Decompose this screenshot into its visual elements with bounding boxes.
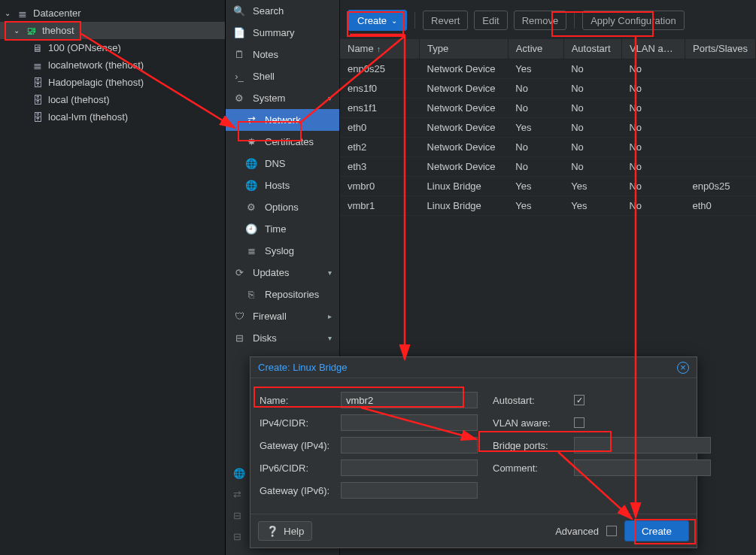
nav-item-certificates[interactable]: ✸Certificates <box>226 131 339 153</box>
table-row[interactable]: ens1f1Network DeviceNoNoNo <box>340 98 756 117</box>
datacenter-icon: ≣ <box>17 8 29 20</box>
nav-item-time[interactable]: 🕘Time <box>226 218 339 240</box>
nav-item-icon: ⚙ <box>233 92 245 104</box>
nav-item-icon: ⚙ <box>245 202 257 213</box>
chevron-down-icon: ⌄ <box>391 17 397 25</box>
nav-item-icon: 🌐 <box>245 158 257 169</box>
nav-item-label: Network <box>265 114 301 126</box>
tree-item[interactable]: ≣localnetwork (thehost) <box>0 56 225 74</box>
table-row[interactable]: vmbr1Linux BridgeYesYesNoeth0 <box>340 196 756 215</box>
form-input-gatewayipv4[interactable] <box>341 437 478 453</box>
dialog-create-button[interactable]: Create <box>624 520 689 541</box>
form-input-comment[interactable] <box>574 459 711 476</box>
form-label: Bridge ports: <box>493 440 574 451</box>
nav-item-disks[interactable]: ⊟Disks▾ <box>226 327 339 349</box>
nav-item-shell[interactable]: ›_Shell <box>226 65 339 87</box>
col-header-autostart[interactable]: Autostart <box>563 39 621 59</box>
form-input-ipv4cidr[interactable] <box>341 414 478 431</box>
form-checkbox[interactable]: ✓ <box>574 395 584 405</box>
dialog-title: Create: Linux Bridge <box>258 362 348 373</box>
help-button[interactable]: ❔ Help <box>258 521 312 541</box>
cell-autostart: Yes <box>563 176 621 196</box>
nav-item-notes[interactable]: 🗒Notes <box>226 44 339 65</box>
table-row[interactable]: ens1f0Network DeviceNoNoNo <box>340 78 756 98</box>
cell-active: No <box>508 78 563 98</box>
advanced-checkbox[interactable] <box>606 526 617 536</box>
col-header-active[interactable]: Active <box>508 39 563 59</box>
nav-item-options[interactable]: ⚙Options <box>226 196 339 218</box>
cell-vlan: No <box>621 59 685 78</box>
table-row[interactable]: enp0s25Network DeviceYesNoNo <box>340 59 756 78</box>
nav-item-repositories[interactable]: ⎘Repositories <box>226 284 339 305</box>
cell-autostart: No <box>563 156 621 176</box>
col-header-type[interactable]: Type <box>420 39 509 59</box>
tree-host[interactable]: ⌄ 🖳 thehost <box>0 22 225 39</box>
nav-item-icon: 📄 <box>233 27 245 38</box>
apply-configuration-button[interactable]: Apply Configuration <box>582 11 684 30</box>
table-row[interactable]: vmbr0Linux BridgeYesYesNoenp0s25 <box>340 176 756 196</box>
cell-ports <box>685 117 756 137</box>
form-row: VLAN aware: <box>493 411 711 434</box>
form-input-name[interactable] <box>341 392 478 408</box>
nav-item-icon: ⊟ <box>233 332 245 344</box>
nav-item-label: Syslog <box>265 245 294 256</box>
tree-item-icon: 🗄 <box>32 94 44 106</box>
form-input-gatewayipv6[interactable] <box>341 482 478 499</box>
cell-vlan: No <box>621 176 685 196</box>
network-toolbar: Create ⌄ Revert Edit Remove Apply Config… <box>340 0 756 39</box>
form-checkbox[interactable] <box>574 417 584 428</box>
cell-name: eth3 <box>340 156 420 176</box>
cell-active: No <box>508 98 563 117</box>
cell-vlan: No <box>621 78 685 98</box>
cell-active: Yes <box>508 59 563 78</box>
cell-type: Network Device <box>420 117 509 137</box>
nav-item-icon: 🛡 <box>233 311 245 322</box>
nav-item-search[interactable]: 🔍Search <box>226 0 339 22</box>
nav-item-firewall[interactable]: 🛡Firewall▸ <box>226 305 339 327</box>
tree-item[interactable]: 🗄local (thehost) <box>0 91 225 108</box>
form-row: Gateway (IPv6): <box>260 479 478 502</box>
nav-item-hosts[interactable]: 🌐Hosts <box>226 174 339 196</box>
revert-button[interactable]: Revert <box>423 11 468 30</box>
cell-type: Network Device <box>420 59 509 78</box>
table-row[interactable]: eth0Network DeviceYesNoNo <box>340 117 756 137</box>
nav-item-label: Search <box>253 5 284 17</box>
tree-item[interactable]: 🖥100 (OPNsense) <box>0 39 225 56</box>
tree-item[interactable]: 🗄local-lvm (thehost) <box>0 108 225 126</box>
cell-autostart: No <box>563 59 621 78</box>
nav-item-icon: ›_ <box>233 71 245 82</box>
expand-icon: ▾ <box>328 268 332 277</box>
network-table: Name↑ Type Active Autostart VLAN a… Port… <box>340 39 756 216</box>
nav-item-dns[interactable]: 🌐DNS <box>226 153 339 174</box>
form-row: Comment: <box>493 456 711 479</box>
edit-button[interactable]: Edit <box>474 11 507 30</box>
nav-item-icon: ⎘ <box>245 289 257 300</box>
col-header-ports[interactable]: Ports/Slaves <box>685 39 756 59</box>
table-row[interactable]: eth2Network DeviceNoNoNo <box>340 137 756 156</box>
remove-button[interactable]: Remove <box>514 11 566 30</box>
nav-item-icon: 🔍 <box>233 5 245 17</box>
nav-item-label: Options <box>265 202 299 213</box>
cell-type: Network Device <box>420 137 509 156</box>
form-input-ipv6cidr[interactable] <box>341 459 478 476</box>
nav-item-updates[interactable]: ⟳Updates▾ <box>226 262 339 284</box>
form-input-bridgeports[interactable] <box>574 437 711 453</box>
nav-item-network[interactable]: ⇄Network <box>226 109 339 131</box>
nav-item-syslog[interactable]: ≣Syslog <box>226 240 339 262</box>
create-button[interactable]: Create ⌄ <box>348 10 407 31</box>
form-label: IPv6/CIDR: <box>260 462 341 474</box>
col-header-vlan[interactable]: VLAN a… <box>621 39 685 59</box>
table-row[interactable]: eth3Network DeviceNoNoNo <box>340 156 756 176</box>
dialog-titlebar[interactable]: Create: Linux Bridge × <box>250 357 697 378</box>
tree-item[interactable]: 🗄Hadopelagic (thehost) <box>0 74 225 91</box>
close-icon[interactable]: × <box>677 362 689 374</box>
tree-datacenter[interactable]: ⌄ ≣ Datacenter <box>0 5 225 22</box>
nav-item-system[interactable]: ⚙System▾ <box>226 87 339 109</box>
cell-ports: eth0 <box>685 196 756 215</box>
cell-autostart: No <box>563 117 621 137</box>
nav-item-summary[interactable]: 📄Summary <box>226 22 339 44</box>
col-header-name[interactable]: Name↑ <box>340 39 420 59</box>
cell-name: vmbr0 <box>340 176 420 196</box>
nav-cutoff-icon: ⊟ <box>233 505 245 526</box>
cell-ports <box>685 78 756 98</box>
